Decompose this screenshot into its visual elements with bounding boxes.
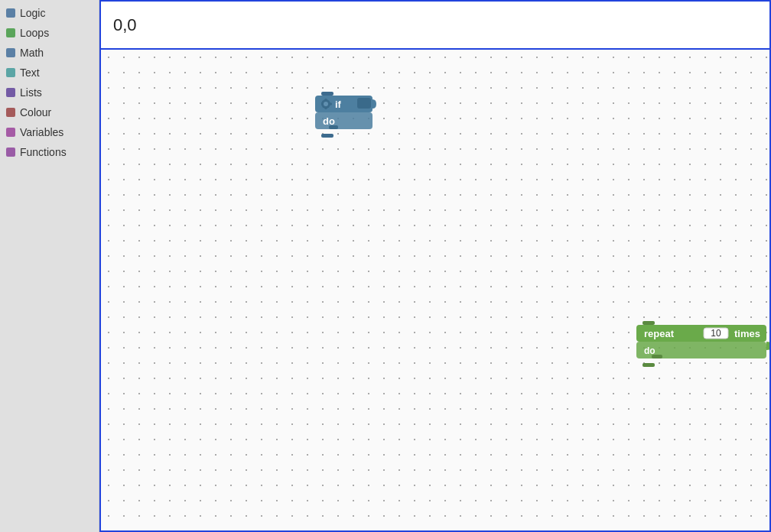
sidebar-item-math[interactable]: Math: [0, 43, 99, 63]
repeat-block[interactable]: repeat 10 times do: [636, 321, 771, 367]
sidebar-item-lists[interactable]: Lists: [0, 83, 99, 102]
sidebar-label-loops: Loops: [20, 27, 49, 39]
sidebar-item-text[interactable]: Text: [0, 63, 99, 83]
sidebar-label-logic: Logic: [20, 7, 45, 19]
svg-rect-0: [321, 92, 333, 96]
coordinates-display: 0,0: [113, 15, 137, 35]
sidebar-item-loops[interactable]: Loops: [0, 23, 99, 43]
svg-text:do: do: [323, 115, 335, 127]
svg-text:do: do: [644, 345, 656, 356]
svg-rect-22: [652, 355, 662, 358]
svg-rect-12: [329, 125, 338, 129]
svg-rect-23: [642, 363, 655, 367]
text-color-dot: [6, 68, 15, 77]
coord-bar: 0,0: [99, 0, 771, 50]
svg-rect-5: [325, 99, 327, 101]
sidebar: Logic Loops Math Text Lists Colour Varia…: [0, 0, 99, 532]
svg-text:times: times: [734, 328, 760, 339]
svg-point-4: [324, 102, 328, 106]
svg-text:10: 10: [711, 328, 721, 339]
sidebar-item-variables[interactable]: Variables: [0, 122, 99, 142]
svg-rect-2: [357, 98, 371, 109]
sidebar-label-lists: Lists: [20, 86, 42, 99]
functions-color-dot: [6, 148, 15, 157]
sidebar-label-functions: Functions: [20, 146, 67, 158]
svg-rect-6: [325, 107, 327, 109]
sidebar-label-math: Math: [20, 47, 44, 59]
variables-color-dot: [6, 128, 15, 137]
if-block[interactable]: if do: [315, 92, 382, 138]
block-canvas[interactable]: if do: [99, 50, 771, 532]
math-color-dot: [6, 48, 15, 57]
sidebar-item-functions[interactable]: Functions: [0, 142, 99, 162]
svg-rect-14: [642, 321, 655, 325]
sidebar-item-colour[interactable]: Colour: [0, 102, 99, 122]
svg-rect-7: [321, 103, 324, 105]
main-area: 0,0: [99, 0, 771, 532]
sidebar-label-colour: Colour: [20, 106, 51, 118]
colour-color-dot: [6, 108, 15, 117]
logic-color-dot: [6, 8, 15, 18]
svg-text:repeat: repeat: [644, 328, 675, 339]
svg-rect-8: [330, 103, 332, 105]
loops-color-dot: [6, 28, 15, 37]
sidebar-label-text: Text: [20, 66, 40, 79]
svg-rect-13: [321, 134, 333, 138]
sidebar-label-variables: Variables: [20, 126, 63, 138]
sidebar-item-logic[interactable]: Logic: [0, 3, 99, 23]
lists-color-dot: [6, 88, 15, 97]
svg-text:if: if: [335, 99, 342, 110]
